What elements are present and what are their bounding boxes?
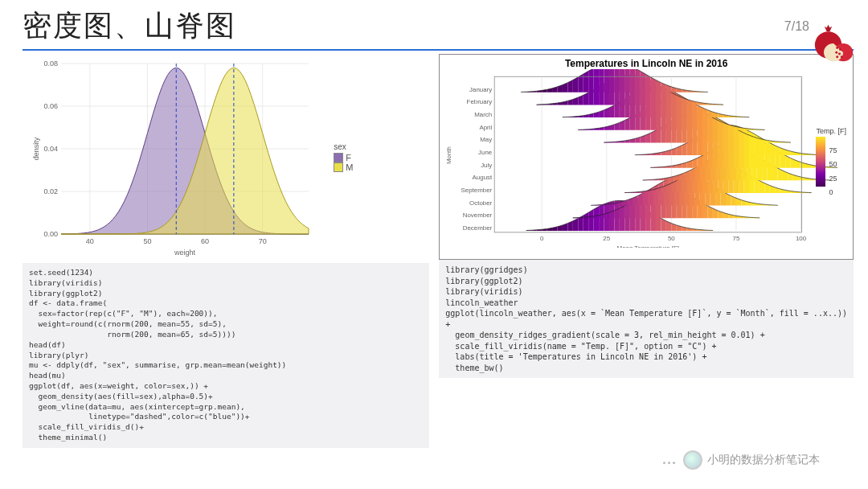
ridge-legend: Temp. [F] 75 50 25 0 [816,127,846,188]
avatar-icon [683,450,702,470]
svg-text:70: 70 [259,237,267,245]
svg-text:75: 75 [733,235,740,242]
svg-text:January: January [469,86,492,93]
svg-text:0.00: 0.00 [43,230,58,238]
svg-text:0.02: 0.02 [43,187,58,195]
svg-text:February: February [467,98,493,105]
svg-point-54 [841,55,843,58]
svg-text:100: 100 [796,235,807,242]
svg-text:Month: Month [445,146,452,164]
svg-text:density: density [32,137,40,160]
svg-text:May: May [481,136,493,143]
svg-text:0.04: 0.04 [43,145,58,153]
svg-text:50: 50 [143,237,151,245]
code-right: library(ggridges) library(ggplot2) libra… [439,260,854,378]
svg-text:December: December [463,224,493,232]
watermark: 小明的数据分析笔记本 [663,450,820,470]
svg-point-49 [836,47,838,49]
svg-text:40: 40 [86,237,94,245]
svg-text:0.06: 0.06 [43,102,58,110]
svg-text:April: April [480,124,493,131]
svg-text:50: 50 [668,235,675,242]
svg-text:60: 60 [201,237,209,245]
svg-point-52 [838,53,841,55]
svg-text:0.08: 0.08 [43,60,58,68]
svg-text:July: July [481,162,492,169]
svg-text:June: June [478,149,493,156]
svg-text:25: 25 [604,235,611,242]
ridge-plot: Temperatures in Lincoln NE in 2016 02550… [439,54,854,260]
svg-point-50 [839,48,841,51]
header-rule [23,49,854,51]
density-plot: 0.000.020.040.060.0840506070weightdensit… [23,54,429,263]
svg-point-51 [835,51,837,54]
svg-text:October: October [469,199,492,207]
svg-point-53 [836,55,838,58]
svg-text:weight: weight [174,249,196,257]
svg-text:August: August [473,174,493,181]
code-left: set.seed(1234) library(viridis) library(… [23,263,429,448]
svg-text:Mean Temperature [F]: Mean Temperature [F] [617,244,679,248]
page-title: 密度图、山脊图 [23,6,236,46]
density-legend: sex F M [334,142,353,172]
pomegranate-icon [812,23,857,64]
page-number: 7/18 [784,19,809,34]
svg-text:September: September [461,187,493,194]
svg-text:March: March [475,111,493,118]
svg-text:0: 0 [540,235,544,242]
svg-text:November: November [463,212,493,219]
